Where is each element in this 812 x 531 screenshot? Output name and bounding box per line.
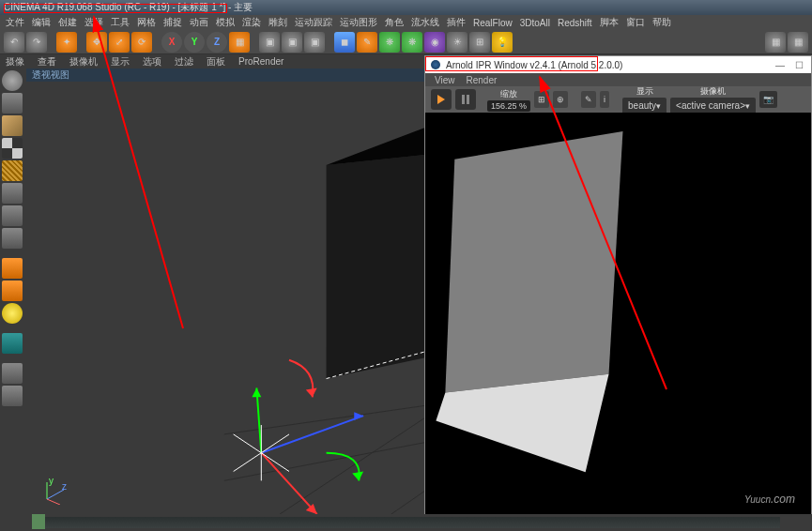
texture-mode-button[interactable]	[2, 93, 23, 114]
menu-simulate[interactable]: 模拟	[216, 16, 235, 29]
vp-tab-filter[interactable]: 过滤	[175, 55, 193, 68]
menu-animate[interactable]: 动画	[190, 16, 208, 29]
vp-tab-prorender[interactable]: ProRender	[238, 56, 283, 67]
menu-pipeline[interactable]: 流水线	[411, 16, 439, 29]
menu-render[interactable]: 渲染	[242, 16, 261, 29]
menu-create[interactable]: 创建	[58, 16, 77, 29]
tag-button[interactable]: ⊞	[469, 32, 490, 53]
undo-button[interactable]: ↶	[4, 32, 24, 53]
polys-mode-button[interactable]	[2, 228, 23, 249]
main-menu: 文件 编辑 创建 选择 工具 网格 捕捉 动画 模拟 渲染 雕刻 运动跟踪 运动…	[0, 15, 812, 30]
arnold-title-bar[interactable]: Arnold IPR Window v2.4.1 (Arnold 5.2.0.0…	[425, 56, 811, 73]
workplane-button[interactable]	[2, 333, 23, 354]
x-axis-toggle[interactable]: X	[161, 32, 182, 53]
menu-mograph[interactable]: 运动图形	[340, 16, 377, 29]
move-gizmo	[234, 360, 363, 514]
rotate-button[interactable]: ⟳	[131, 32, 152, 53]
vp-tab-camera[interactable]: 摄像机	[69, 55, 98, 68]
arnold-zoom-label: 缩放	[500, 88, 517, 100]
vp-tab-view[interactable]: 查看	[38, 55, 56, 68]
bulb-button[interactable]: 💡	[492, 32, 513, 53]
lock-button[interactable]	[2, 363, 23, 384]
timeline-playhead[interactable]	[32, 514, 45, 529]
svg-line-15	[234, 434, 262, 453]
arnold-aov-dropdown[interactable]: beauty ▾	[622, 98, 666, 114]
arnold-play-button[interactable]	[431, 89, 452, 110]
arnold-crosshair-button[interactable]: ⊕	[553, 91, 568, 108]
svg-line-13	[261, 453, 316, 514]
menu-edit[interactable]: 编辑	[32, 16, 51, 29]
arnold-eyedropper-button[interactable]: ✎	[581, 91, 596, 108]
watermark: Yuucn.com	[744, 484, 795, 508]
menu-snap[interactable]: 捕捉	[163, 16, 182, 29]
menu-character[interactable]: 角色	[385, 16, 404, 29]
deformer-button[interactable]: ❋	[379, 32, 400, 53]
menu-mesh[interactable]: 网格	[137, 16, 156, 29]
layout-button[interactable]: ▦	[765, 32, 786, 53]
arnold-ipr-window[interactable]: Arnold IPR Window v2.4.1 (Arnold 5.2.0.0…	[424, 55, 812, 515]
arnold-pause-button[interactable]	[455, 89, 476, 110]
menu-script[interactable]: 脚本	[600, 16, 619, 29]
pen-tool-button[interactable]: ✎	[357, 32, 377, 53]
arnold-minimize-button[interactable]: —	[774, 60, 787, 70]
render-settings-button[interactable]: ▣	[304, 32, 325, 53]
coord-system-button[interactable]: ▦	[229, 32, 250, 53]
vp-tab-panel[interactable]: 面板	[207, 55, 225, 68]
light-button[interactable]: ☀	[447, 32, 467, 53]
vp-tab-options[interactable]: 选项	[143, 55, 161, 68]
arnold-menu-render[interactable]: Render	[467, 75, 498, 85]
points-mode-button[interactable]	[2, 183, 23, 204]
arnold-camera-dropdown[interactable]: <active camera> ▾	[670, 98, 756, 114]
menu-help[interactable]: 帮助	[652, 16, 671, 29]
y-axis-toggle[interactable]: Y	[184, 32, 205, 53]
render-view-button[interactable]: ▣	[259, 32, 280, 53]
menu-sculpt[interactable]: 雕刻	[268, 16, 287, 29]
axis-toggle-button[interactable]	[2, 258, 23, 279]
arnold-snapshot-button[interactable]: 📷	[759, 91, 777, 108]
menu-select[interactable]: 选择	[84, 16, 103, 29]
snap-button[interactable]	[2, 303, 23, 324]
arnold-info-button[interactable]: i	[600, 91, 609, 108]
camera-button[interactable]: ◉	[424, 32, 445, 53]
redo-button[interactable]: ↷	[26, 32, 47, 53]
vp-tab-display[interactable]: 显示	[111, 55, 130, 68]
menu-track[interactable]: 运动跟踪	[295, 16, 332, 29]
live-select-button[interactable]: ✦	[56, 32, 77, 53]
menu-file[interactable]: 文件	[6, 16, 24, 29]
mode-toolbar	[0, 68, 26, 514]
main-toolbar: ↶ ↷ ✦ ✥ ⤢ ⟳ X Y Z ▦ ▣ ▣ ▣ ◼ ✎ ❋ ❋ ◉ ☀ ⊞ …	[0, 30, 812, 54]
timeline[interactable]	[0, 514, 812, 531]
arnold-maximize-button[interactable]: ☐	[792, 60, 805, 70]
arnold-render-view[interactable]	[425, 113, 811, 514]
edges-mode-button[interactable]	[2, 205, 23, 226]
app-title: CINEMA 4D R19.068 Studio (RC - R19) - [未…	[4, 1, 253, 14]
scale-button[interactable]: ⤢	[109, 32, 130, 53]
timeline-track[interactable]	[32, 517, 780, 528]
model-mode-button[interactable]	[2, 70, 23, 91]
uvpoly-button[interactable]	[2, 386, 23, 406]
move-button[interactable]: ✥	[86, 32, 107, 53]
svg-line-11	[256, 387, 261, 452]
menu-realflow[interactable]: RealFlow	[473, 18, 513, 28]
arnold-zoom-value[interactable]: 156.25 %	[487, 100, 530, 112]
render-region-button[interactable]: ▣	[282, 32, 302, 53]
menu-redshift[interactable]: Redshift	[558, 18, 592, 28]
object-mode-button[interactable]	[2, 115, 23, 136]
floor-grid-button[interactable]	[2, 160, 23, 181]
svg-marker-14	[306, 504, 317, 514]
checker-button[interactable]	[2, 138, 23, 159]
menu-window[interactable]: 窗口	[626, 16, 645, 29]
arnold-menu-view[interactable]: View	[435, 75, 455, 85]
tweak-button[interactable]	[2, 281, 23, 301]
vp-tab-cameras[interactable]: 摄像	[6, 55, 24, 68]
menu-plugins[interactable]: 插件	[447, 16, 466, 29]
environment-button[interactable]: ❋	[402, 32, 422, 53]
arnold-fit-button[interactable]: ⊞	[534, 91, 549, 108]
z-axis-toggle[interactable]: Z	[207, 32, 227, 53]
svg-text:y: y	[49, 477, 54, 486]
menu-3dtoall[interactable]: 3DtoAll	[520, 18, 550, 28]
svg-marker-10	[354, 412, 363, 420]
menu-tools[interactable]: 工具	[111, 16, 130, 29]
help2-button[interactable]: ▦	[788, 32, 808, 53]
add-cube-button[interactable]: ◼	[334, 32, 355, 53]
